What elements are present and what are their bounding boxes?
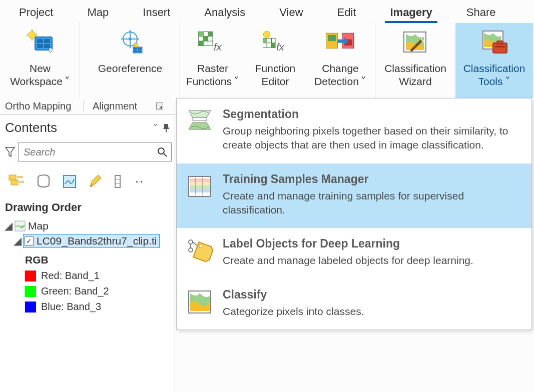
svg-point-67 [189,240,193,244]
band-row-blue: Blue: Band_3 [25,301,172,312]
svg-rect-46 [495,46,505,48]
band-red-label: Red: Band_1 [41,270,100,282]
svg-rect-28 [199,41,203,46]
group-label-alignment: Alignment [88,100,142,112]
chevron-down-icon: ˅ [234,76,239,87]
overflow-icon[interactable]: .. [135,170,144,189]
svg-rect-17 [134,50,137,52]
chevron-down-icon[interactable]: ˅ [153,122,158,134]
new-workspace-icon [24,27,56,57]
svg-point-19 [134,43,138,47]
menu-item-label-objects[interactable]: Label Objects for Deep Learning Create a… [177,228,531,278]
function-editor-label: FunctionEditor [255,62,296,88]
tab-analysis[interactable]: Analysis [187,3,262,23]
svg-text:fx: fx [276,41,285,52]
classification-tools-label: ClassificationTools˅ [463,62,525,88]
georeference-button[interactable]: Georeference [80,23,180,98]
menu-item-title: Classify [223,288,521,302]
menu-item-desc: Create and manage training samples for s… [223,189,521,218]
menu-item-segmentation[interactable]: Segmentation Group neighboring pixels to… [177,98,531,164]
label-objects-icon [186,237,214,265]
svg-rect-39 [328,35,336,41]
contents-search[interactable] [18,142,172,162]
menu-item-title: Label Objects for Deep Learning [223,237,521,250]
classification-tools-icon [478,27,510,57]
list-by-drawing-order-icon[interactable] [8,174,25,189]
classification-wizard-label: ClassificationWizard [384,62,446,88]
segmentation-icon [186,108,214,136]
svg-rect-55 [115,176,120,188]
function-editor-button[interactable]: fx FunctionEditor [245,23,305,98]
list-by-snapping-icon[interactable] [114,174,124,189]
raster-functions-button[interactable]: fx RasterFunctions˅ [180,23,245,98]
svg-rect-26 [203,36,208,41]
red-swatch-icon [25,270,36,282]
svg-rect-16 [138,48,141,50]
tree-layer-row[interactable]: ◢ ✓ LC09_Bands2thru7_clip.ti [14,233,172,249]
tab-project[interactable]: Project [2,3,70,23]
band-row-green: Green: Band_2 [25,286,172,297]
svg-rect-59 [193,118,207,120]
classification-tools-button[interactable]: ClassificationTools˅ [455,23,533,98]
tree-map-row[interactable]: ◢ Map [5,219,172,233]
tab-insert[interactable]: Insert [126,3,187,23]
svg-rect-14 [133,47,142,53]
svg-point-0 [29,32,36,38]
svg-rect-35 [263,38,267,42]
filter-icon[interactable] [5,146,15,158]
svg-rect-18 [138,50,141,52]
tab-share[interactable]: Share [449,3,513,23]
svg-rect-63 [190,186,210,189]
svg-rect-50 [11,180,18,185]
search-icon[interactable] [157,147,167,157]
search-input[interactable] [23,146,157,158]
new-workspace-button[interactable]: NewWorkspace˅ [0,23,80,98]
svg-rect-27 [208,32,213,36]
map-icon [14,220,26,232]
svg-text:fx: fx [214,41,222,52]
menu-item-classify[interactable]: Classify Categorize pixels into classes. [177,279,531,330]
georeference-label: Georeference [98,62,162,75]
collapse-icon[interactable]: ◢ [14,235,21,247]
svg-rect-9 [44,44,50,48]
pin-icon[interactable] [163,124,170,132]
change-detection-label: ChangeDetection˅ [314,62,366,88]
menu-item-desc: Create and manage labeled objects for de… [223,254,521,268]
layer-name: LC09_Bands2thru7_clip.ti [37,235,157,247]
tab-edit[interactable]: Edit [320,3,373,23]
change-detection-button[interactable]: ChangeDetection˅ [305,23,375,98]
layer-visibility-checkbox[interactable]: ✓ [25,236,34,246]
svg-rect-62 [190,182,210,186]
band-green-label: Green: Band_2 [41,286,109,297]
menu-item-title: Training Samples Manager [223,172,521,186]
layer-selected[interactable]: ✓ LC09_Bands2thru7_clip.ti [23,234,160,248]
tab-view[interactable]: View [262,3,320,23]
map-label: Map [28,220,49,232]
ribbon-tabstrip: Project Map Insert Analysis View Edit Im… [0,0,534,23]
menu-item-training-samples[interactable]: Training Samples Manager Create and mana… [177,164,531,228]
classify-icon [186,288,214,316]
tab-imagery[interactable]: Imagery [373,3,449,23]
chevron-down-icon: ˅ [505,76,510,87]
tab-map[interactable]: Map [70,3,126,23]
contents-title: Contents [5,120,57,136]
chevron-down-icon: ˅ [361,76,366,87]
list-by-selection-icon[interactable] [62,174,77,189]
svg-rect-6 [37,39,43,43]
green-swatch-icon [25,286,36,297]
collapse-icon[interactable]: ◢ [5,220,12,232]
classification-tools-menu: Segmentation Group neighboring pixels to… [176,98,532,330]
svg-rect-49 [9,175,16,180]
band-row-red: Red: Band_1 [25,270,172,282]
list-by-editing-icon[interactable] [88,174,103,189]
dialog-launcher-icon[interactable] [156,102,163,110]
ribbon: NewWorkspace˅ [0,23,534,98]
classification-wizard-icon [399,27,431,57]
list-by-data-source-icon[interactable] [36,174,51,189]
change-detection-icon [324,27,356,57]
classification-wizard-button[interactable]: ClassificationWizard [375,23,455,98]
svg-rect-7 [44,39,50,43]
svg-rect-45 [497,41,503,44]
svg-rect-15 [134,48,137,50]
georeference-icon [114,27,146,57]
